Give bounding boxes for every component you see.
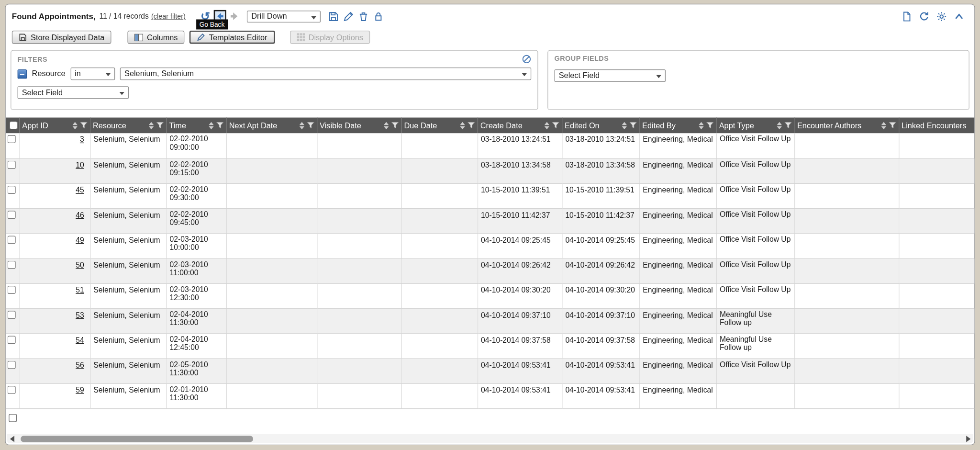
column-header-time[interactable]: Time — [166, 118, 226, 134]
column-header-linked-encounters[interactable]: Linked Encounters — [899, 118, 975, 134]
column-header-appt-type[interactable]: Appt Type — [716, 118, 794, 134]
columns-button[interactable]: Columns — [128, 31, 185, 44]
delete-trash-icon[interactable] — [358, 11, 369, 22]
refresh-icon[interactable] — [919, 11, 929, 22]
cell-create-date: 04-10-2014 09:25:45 — [478, 233, 562, 258]
cell-next-apt-date — [226, 333, 317, 358]
cell-linked-encounters — [899, 183, 975, 208]
appt-id-link[interactable]: 59 — [23, 385, 87, 394]
appt-id-link[interactable]: 3 — [23, 135, 87, 144]
drill-down-select[interactable]: Drill Down — [247, 11, 321, 22]
column-header-resource[interactable]: Resource — [90, 118, 166, 134]
sort-icon[interactable] — [383, 122, 388, 129]
column-header-next-apt-date[interactable]: Next Apt Date — [226, 118, 317, 134]
edit-pencil-icon[interactable] — [343, 11, 354, 22]
row-checkbox[interactable] — [8, 336, 16, 344]
select-all-checkbox[interactable] — [9, 121, 17, 129]
cell-create-date: 04-10-2014 09:26:42 — [478, 258, 562, 283]
row-checkbox[interactable] — [8, 385, 16, 394]
cell-encounter-authors — [794, 333, 899, 358]
filter-funnel-icon[interactable] — [706, 122, 713, 129]
cell-visible-date — [317, 383, 401, 408]
document-icon[interactable] — [901, 11, 912, 22]
row-checkbox[interactable] — [8, 135, 16, 143]
row-checkbox[interactable] — [8, 211, 16, 219]
save-icon[interactable] — [328, 11, 339, 22]
row-checkbox[interactable] — [8, 310, 16, 318]
filter-funnel-icon[interactable] — [80, 122, 88, 129]
row-checkbox[interactable] — [8, 236, 16, 244]
empty-row-checkbox[interactable] — [9, 414, 17, 422]
scroll-right-arrow[interactable] — [963, 434, 973, 443]
cell-linked-encounters — [899, 258, 975, 283]
store-displayed-data-button[interactable]: Store Displayed Data — [12, 31, 111, 44]
column-header-appt-id[interactable]: Appt ID — [19, 118, 90, 134]
gear-icon[interactable] — [936, 11, 947, 22]
column-header-edited-by[interactable]: Edited By — [639, 118, 716, 134]
appt-id-link[interactable]: 49 — [23, 236, 87, 244]
collapse-chevron-up-icon[interactable] — [954, 11, 964, 22]
clear-filter-link[interactable]: (clear filter) — [151, 12, 186, 20]
sort-icon[interactable] — [148, 122, 153, 129]
sort-icon[interactable] — [699, 122, 703, 129]
appt-id-link[interactable]: 54 — [23, 336, 87, 344]
row-select-cell — [6, 258, 20, 283]
filter-operator-select[interactable]: in — [70, 68, 115, 80]
filter-funnel-icon[interactable] — [552, 122, 559, 129]
filter-funnel-icon[interactable] — [216, 122, 223, 129]
filter-funnel-icon[interactable] — [467, 122, 475, 129]
column-header-encounter-authors[interactable]: Encounter Authors — [794, 118, 899, 134]
filter-funnel-icon[interactable] — [307, 122, 314, 129]
filter-funnel-icon[interactable] — [629, 122, 637, 129]
appt-id-link[interactable]: 45 — [23, 185, 87, 194]
add-filter-field-select[interactable]: Select Field — [18, 86, 129, 99]
column-header-due-date[interactable]: Due Date — [401, 118, 478, 134]
cell-edited-on: 03-18-2010 13:24:51 — [562, 133, 639, 158]
sort-icon[interactable] — [881, 122, 886, 129]
group-field-select[interactable]: Select Field — [555, 69, 666, 82]
appt-id-link[interactable]: 53 — [23, 310, 87, 319]
filter-funnel-icon[interactable] — [889, 122, 896, 129]
appt-id-link[interactable]: 56 — [23, 360, 87, 369]
appt-id-link[interactable]: 10 — [23, 160, 87, 169]
row-checkbox[interactable] — [8, 285, 16, 293]
filter-enabled-checkbox[interactable] — [18, 69, 27, 79]
horizontal-scrollbar[interactable] — [7, 434, 973, 443]
filter-value-select[interactable]: Selenium, Selenium — [120, 68, 531, 80]
scroll-left-arrow[interactable] — [7, 434, 17, 443]
column-header-visible-date[interactable]: Visible Date — [317, 118, 401, 134]
cell-appt-id: 45 — [19, 183, 90, 208]
filter-funnel-icon[interactable] — [156, 122, 164, 129]
sort-icon[interactable] — [299, 122, 304, 129]
disable-filters-icon[interactable] — [522, 55, 532, 64]
sort-icon[interactable] — [209, 122, 213, 129]
columns-icon — [134, 34, 143, 41]
appt-id-link[interactable]: 51 — [23, 285, 87, 294]
lock-icon[interactable] — [373, 11, 384, 22]
sort-icon[interactable] — [72, 122, 77, 129]
column-header-edited-on[interactable]: Edited On — [562, 118, 639, 134]
sort-icon[interactable] — [622, 122, 626, 129]
appt-id-link[interactable]: 46 — [23, 211, 87, 219]
row-checkbox[interactable] — [8, 185, 16, 193]
filter-row-add: Select Field — [18, 86, 532, 99]
scrollbar-thumb[interactable] — [21, 436, 253, 442]
sort-icon[interactable] — [544, 122, 549, 129]
main-panel: Found Appointments, 11 / 14 records (cle… — [5, 4, 975, 445]
row-checkbox[interactable] — [8, 160, 16, 169]
row-checkbox[interactable] — [8, 260, 16, 269]
cell-edited-by: Engineering, Medical — [639, 333, 716, 358]
row-select-cell — [6, 308, 20, 333]
toolbar-action-icons — [328, 11, 384, 22]
appt-id-link[interactable]: 50 — [23, 260, 87, 269]
sort-icon[interactable] — [460, 122, 465, 129]
filter-funnel-icon[interactable] — [784, 122, 792, 129]
templates-editor-button[interactable]: Templates Editor — [189, 31, 275, 44]
column-header-create-date[interactable]: Create Date — [478, 118, 562, 134]
sort-icon[interactable] — [777, 122, 781, 129]
go-forward-icon[interactable] — [229, 11, 239, 22]
cell-due-date — [401, 233, 478, 258]
row-checkbox[interactable] — [8, 360, 16, 369]
filter-funnel-icon[interactable] — [391, 122, 399, 129]
cell-encounter-authors — [794, 283, 899, 308]
